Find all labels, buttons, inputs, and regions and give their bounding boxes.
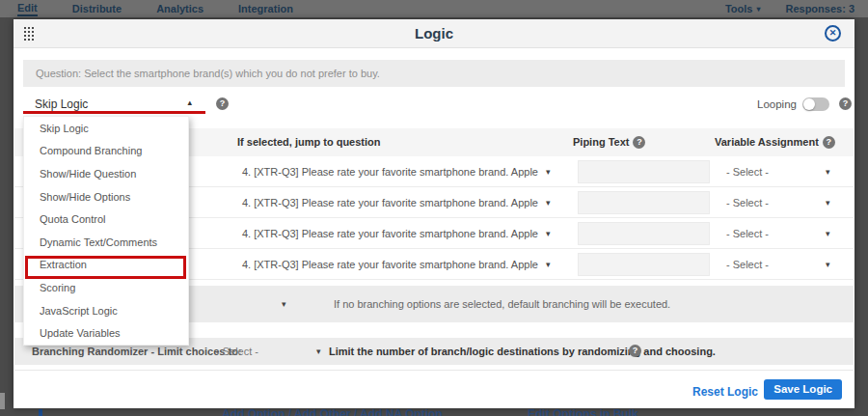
toggle-knob — [803, 98, 815, 110]
tab-distribute[interactable]: Distribute — [72, 3, 122, 14]
footer-divider — [14, 370, 854, 371]
menu-item-compound-branching[interactable]: Compound Branching — [24, 140, 188, 163]
jump-question-value[interactable]: 4. [XTR-Q3] Please rate your favorite sm… — [242, 187, 538, 218]
menu-item-update-variables[interactable]: Update Variables — [24, 321, 188, 345]
menu-item-scoring[interactable]: Scoring — [24, 276, 188, 299]
question-label: Question: Select the smartphone brand(s)… — [23, 60, 845, 87]
help-icon[interactable]: ? — [216, 97, 229, 110]
chevron-down-icon[interactable]: ▾ — [826, 218, 830, 249]
column-piping-text-label: Piping Text — [573, 128, 629, 156]
piping-text-input[interactable] — [578, 222, 710, 245]
looping-toggle[interactable] — [802, 97, 829, 111]
menu-item-skip-logic[interactable]: Skip Logic — [24, 117, 188, 140]
column-variable-assignment: Variable Assignment ? — [715, 128, 835, 156]
column-jump-to-question: If selected, jump to question — [237, 128, 381, 156]
modal-header: Logic ✕ — [14, 19, 854, 48]
jump-question-value[interactable]: 4. [XTR-Q3] Please rate your favorite sm… — [242, 156, 538, 187]
help-icon[interactable]: ? — [839, 97, 852, 110]
chevron-down-icon[interactable]: ▾ — [546, 156, 551, 187]
chevron-down-icon[interactable]: ▾ — [546, 249, 551, 280]
logic-type-dropdown-menu: Skip Logic Compound Branching Show/Hide … — [23, 116, 189, 346]
chevron-down-icon[interactable]: ▾ — [546, 218, 551, 249]
background-cursor-bar — [39, 409, 42, 416]
tab-integration[interactable]: Integration — [238, 3, 293, 14]
chevron-up-icon: ▴ — [187, 97, 192, 107]
responses-count[interactable]: Responses: 3 — [785, 3, 854, 14]
chevron-down-icon[interactable]: ▾ — [546, 187, 551, 218]
app-top-bar: Edit Distribute Analytics Integration To… — [0, 0, 868, 17]
logic-modal: Logic ✕ Question: Select the smartphone … — [14, 19, 854, 408]
save-logic-button[interactable]: Save Logic — [764, 379, 842, 400]
piping-text-input[interactable] — [578, 253, 710, 276]
chevron-down-icon[interactable]: ▾ — [282, 286, 286, 322]
default-branching-note: If no branching options are selected, de… — [334, 286, 670, 322]
background-page-edge — [0, 393, 5, 409]
modal-title: Logic — [14, 19, 854, 48]
tab-edit[interactable]: Edit — [17, 2, 38, 16]
add-option-links[interactable]: Add Option / Add Other / Add NA Option — [222, 407, 443, 416]
piping-text-input[interactable] — [578, 191, 710, 214]
variable-select[interactable]: - Select - — [726, 187, 769, 218]
help-icon[interactable]: ? — [629, 345, 641, 357]
chevron-down-icon[interactable]: ▾ — [826, 187, 830, 218]
variable-select[interactable]: - Select - — [726, 156, 769, 187]
menu-item-show-hide-question[interactable]: Show/Hide Question — [24, 162, 188, 185]
jump-question-value[interactable]: 4. [XTR-Q3] Please rate your favorite sm… — [242, 249, 538, 280]
edit-options-bulk-link[interactable]: Edit Options in Bulk — [528, 407, 638, 416]
menu-item-javascript-logic[interactable]: JavaScript Logic — [24, 299, 188, 322]
chevron-down-icon[interactable]: ▾ — [826, 156, 830, 187]
variable-select[interactable]: - Select - — [726, 249, 769, 280]
menu-item-extraction[interactable]: Extraction — [24, 254, 188, 277]
tools-label: Tools — [725, 3, 753, 14]
variable-select[interactable]: - Select - — [726, 218, 769, 249]
looping-label: Looping — [757, 98, 797, 110]
column-variable-assignment-label: Variable Assignment — [715, 128, 819, 156]
menu-item-show-hide-options[interactable]: Show/Hide Options — [24, 185, 188, 208]
chevron-down-icon[interactable]: ▾ — [316, 338, 321, 365]
logic-type-select[interactable]: Skip Logic ▴ — [23, 95, 205, 114]
chevron-down-icon: ▾ — [756, 5, 760, 14]
help-icon[interactable]: ? — [633, 136, 645, 149]
randomizer-select[interactable]: - Select - — [216, 338, 258, 365]
menu-item-quota-control[interactable]: Quota Control — [24, 208, 188, 231]
chevron-down-icon[interactable]: ▾ — [826, 249, 830, 280]
tools-menu[interactable]: Tools ▾ — [725, 3, 761, 14]
close-icon[interactable]: ✕ — [825, 25, 841, 42]
piping-text-input[interactable] — [578, 160, 710, 183]
reset-logic-button[interactable]: Reset Logic — [692, 385, 758, 399]
jump-question-value[interactable]: 4. [XTR-Q3] Please rate your favorite sm… — [242, 218, 538, 249]
tab-analytics[interactable]: Analytics — [156, 3, 203, 14]
menu-item-dynamic-text-comments[interactable]: Dynamic Text/Comments — [24, 231, 188, 254]
column-piping-text: Piping Text ? — [573, 128, 645, 156]
help-icon[interactable]: ? — [823, 136, 835, 149]
randomizer-note: Limit the number of branch/logic destina… — [329, 338, 716, 365]
logic-type-value: Skip Logic — [35, 97, 88, 111]
